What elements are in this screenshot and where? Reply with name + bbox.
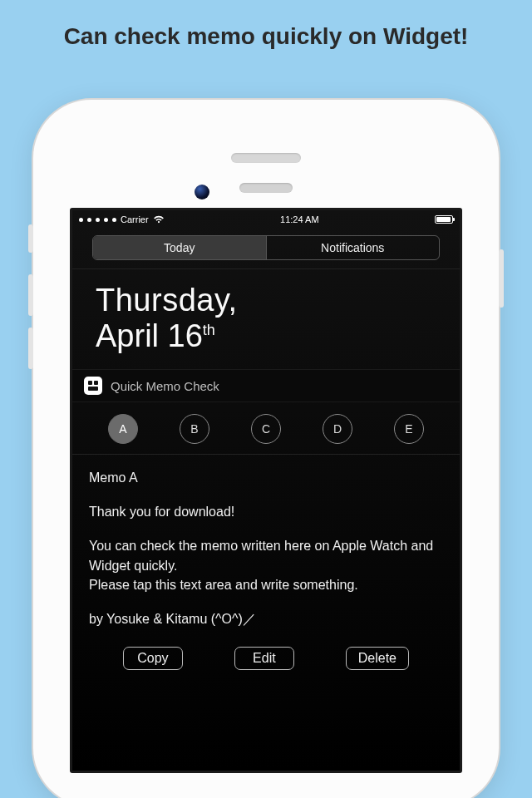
phone-mute-switch — [28, 224, 33, 253]
tab-today[interactable]: Today — [93, 236, 267, 259]
phone-volume-down — [28, 328, 33, 369]
memo-tab-b[interactable]: B — [180, 414, 209, 444]
phone-proximity-sensor — [239, 183, 293, 193]
memo-signoff: by Yosuke & Kitamu (^O^)／ — [89, 609, 443, 628]
status-bar: Carrier 11:24 AM — [72, 210, 460, 229]
signal-dot-icon — [79, 218, 83, 222]
delete-button[interactable]: Delete — [346, 647, 409, 670]
tab-notifications[interactable]: Notifications — [267, 236, 440, 259]
date-month-day: April 16th — [96, 318, 436, 354]
memo-actions: Copy Edit Delete — [72, 642, 460, 670]
memo-tab-c[interactable]: C — [251, 414, 281, 444]
edit-button[interactable]: Edit — [234, 647, 294, 670]
notification-center-tabs: Today Notifications — [72, 229, 460, 269]
date-header: Thursday, April 16th — [72, 269, 460, 369]
widget-header: Quick Memo Check — [72, 369, 460, 402]
copy-button[interactable]: Copy — [123, 647, 183, 670]
memo-body[interactable]: Memo A Thank you for download! You can c… — [72, 455, 460, 642]
signal-dot-icon — [87, 218, 91, 222]
promo-heading: Can check memo quickly on Widget! — [0, 0, 532, 50]
phone-volume-up — [28, 274, 33, 316]
memo-line-instructions: You can check the memo written here on A… — [89, 536, 443, 594]
memo-tab-e[interactable]: E — [394, 414, 424, 444]
date-ordinal: th — [203, 322, 215, 338]
memo-tab-a[interactable]: A — [108, 414, 138, 444]
carrier-label: Carrier — [121, 214, 149, 224]
svg-rect-1 — [94, 381, 98, 385]
signal-dot-icon — [112, 218, 116, 222]
phone-power-button — [499, 249, 504, 308]
phone-speaker — [231, 153, 301, 163]
phone-front-camera — [195, 185, 209, 200]
phone-frame: Carrier 11:24 AM Today Notifications — [33, 100, 499, 798]
memo-title: Memo A — [89, 468, 443, 487]
battery-icon — [435, 215, 453, 224]
svg-rect-0 — [88, 381, 92, 385]
clock-label: 11:24 AM — [165, 214, 435, 224]
memo-tab-d[interactable]: D — [323, 414, 352, 444]
wifi-icon — [153, 215, 165, 224]
date-weekday: Thursday, — [96, 283, 436, 318]
phone-screen: Carrier 11:24 AM Today Notifications — [70, 208, 462, 773]
signal-dot-icon — [104, 218, 108, 222]
app-icon — [84, 377, 102, 395]
date-month-day-text: April 16 — [96, 318, 203, 353]
svg-rect-2 — [88, 387, 98, 391]
memo-selector: A B C D E — [72, 402, 460, 455]
memo-line-thanks: Thank you for download! — [89, 502, 443, 521]
signal-dot-icon — [96, 218, 100, 222]
widget-title: Quick Memo Check — [111, 379, 219, 393]
